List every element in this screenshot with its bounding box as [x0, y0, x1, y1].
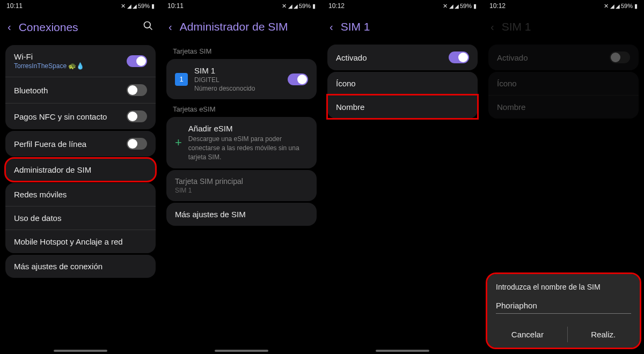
row-sim1[interactable]: 1 SIM 1 DIGITEL Número desconocido	[166, 59, 317, 99]
card-sim1: 1 SIM 1 DIGITEL Número desconocido	[166, 59, 317, 99]
card-more: Más ajustes de conexión	[5, 255, 156, 278]
bluetooth-toggle[interactable]	[127, 84, 147, 96]
section-esim: Tarjetas eSIM	[161, 101, 322, 115]
row-hotspot[interactable]: Mobile Hotspot y Anclaje a red	[5, 230, 156, 253]
card-more-sim: Más ajustes de SIM	[166, 203, 317, 226]
card-profile: Perfil Fuera de línea	[5, 131, 156, 157]
battery-icon: ▮	[151, 3, 155, 10]
vibrate-icon: ✕	[443, 3, 448, 10]
row-activated: Activado	[488, 45, 639, 70]
sim1-toggle[interactable]	[288, 73, 308, 85]
data-usage-label: Uso de datos	[14, 213, 61, 223]
nfc-label: Pagos NFC y sin contacto	[14, 112, 107, 121]
page-title: SIM 1	[341, 20, 475, 33]
sim-name-input[interactable]	[496, 299, 631, 314]
activated-label: Activado	[497, 53, 528, 62]
status-time: 10:12	[489, 2, 506, 10]
card-primary-sim: Tarjeta SIM principal SIM 1	[166, 170, 317, 201]
row-name[interactable]: Nombre	[327, 95, 478, 119]
back-icon[interactable]: ‹	[169, 21, 172, 33]
screen-sim1-rename: 10:12 ✕ ◢ ◢ 59% ▮ ‹ SIM 1 Activado Ícono…	[483, 0, 644, 354]
icon-label: Ícono	[497, 79, 517, 88]
more-sim-label: Más ajustes de SIM	[175, 210, 246, 219]
row-bluetooth[interactable]: Bluetooth	[5, 77, 156, 103]
add-esim-desc: Descargue una eSIM para poder conectarse…	[188, 135, 308, 161]
card-wireless: Wi-Fi TorresInTheSpace 🐢💧 Bluetooth Pago…	[5, 45, 156, 129]
page-title: SIM 1	[502, 20, 636, 33]
row-name: Nombre	[488, 95, 639, 119]
offline-toggle[interactable]	[127, 138, 147, 150]
row-offline[interactable]: Perfil Fuera de línea	[5, 131, 156, 157]
section-sim-cards: Tarjetas SIM	[161, 43, 322, 57]
row-data-usage[interactable]: Uso de datos	[5, 206, 156, 230]
cancel-button[interactable]: Cancelar	[504, 327, 551, 342]
rename-dialog: Introduzca el nombre de la SIM Cancelar …	[487, 274, 640, 348]
row-icon: Ícono	[488, 72, 639, 95]
nfc-toggle[interactable]	[127, 110, 147, 122]
nav-pill[interactable]	[54, 350, 107, 352]
status-time: 10:11	[167, 2, 184, 10]
activated-toggle[interactable]	[449, 51, 469, 63]
status-bar: 10:11 ✕ ◢ ◢ 59% ▮	[161, 0, 322, 12]
signal-icon: ◢	[616, 3, 619, 9]
header: ‹ Conexiones	[0, 12, 161, 43]
signal-icon: ◢	[455, 3, 458, 9]
row-icon[interactable]: Ícono	[327, 72, 478, 95]
row-more[interactable]: Más ajustes de conexión	[5, 255, 156, 278]
battery-text: 59%	[460, 3, 472, 9]
row-primary-sim[interactable]: Tarjeta SIM principal SIM 1	[166, 170, 317, 201]
primary-sim-value: SIM 1	[175, 187, 308, 194]
header: ‹ SIM 1	[483, 12, 644, 43]
row-mobile-networks[interactable]: Redes móviles	[5, 183, 156, 206]
battery-icon: ▮	[634, 3, 638, 10]
page-title: Conexiones	[19, 21, 135, 34]
name-label: Nombre	[497, 102, 525, 112]
card-sim-props: Ícono Nombre	[327, 72, 478, 119]
back-icon: ‹	[491, 21, 494, 33]
page-title: Administrador de SIM	[180, 20, 314, 33]
status-icons: ✕ ◢ ◢ 59% ▮	[282, 3, 316, 10]
card-sim-manager: Administrador de SIM	[5, 158, 156, 181]
vibrate-icon: ✕	[121, 3, 126, 10]
add-esim-label: Añadir eSIM	[188, 124, 308, 133]
signal-icon: ◢	[288, 3, 292, 9]
row-nfc[interactable]: Pagos NFC y sin contacto	[5, 103, 156, 129]
plus-icon: +	[175, 136, 182, 150]
svg-point-0	[144, 22, 151, 28]
sim-number-icon: 1	[175, 73, 188, 86]
row-activated[interactable]: Activado	[327, 45, 478, 70]
status-bar: 10:11 ✕ ◢ ◢ 59% ▮	[0, 0, 161, 12]
vibrate-icon: ✕	[604, 3, 609, 10]
status-time: 10:11	[6, 2, 23, 10]
row-more-sim[interactable]: Más ajustes de SIM	[166, 203, 317, 226]
card-activated: Activado	[327, 45, 478, 70]
wifi-ssid: TorresInTheSpace 🐢💧	[14, 62, 127, 70]
card-activated: Activado	[488, 45, 639, 70]
ok-button[interactable]: Realiz.	[583, 327, 623, 342]
nav-pill[interactable]	[215, 350, 268, 352]
wifi-toggle[interactable]	[127, 55, 147, 67]
battery-icon: ▮	[312, 3, 316, 10]
status-bar: 10:12 ✕ ◢ ◢ 59% ▮	[483, 0, 644, 12]
hotspot-label: Mobile Hotspot y Anclaje a red	[14, 237, 123, 246]
back-icon[interactable]: ‹	[8, 21, 11, 33]
screen-sim-manager: 10:11 ✕ ◢ ◢ 59% ▮ ‹ Administrador de SIM…	[161, 0, 322, 354]
status-bar: 10:12 ✕ ◢ ◢ 59% ▮	[322, 0, 483, 12]
activated-label: Activado	[336, 53, 367, 62]
sim1-number: Número desconocido	[194, 85, 288, 92]
activated-toggle	[610, 51, 630, 63]
sim1-carrier: DIGITEL	[194, 76, 288, 84]
screen-sim1-detail: 10:12 ✕ ◢ ◢ 59% ▮ ‹ SIM 1 Activado Ícono…	[322, 0, 483, 354]
more-label: Más ajustes de conexión	[14, 262, 103, 271]
card-sim-props: Ícono Nombre	[488, 72, 639, 119]
nav-pill[interactable]	[376, 350, 429, 352]
signal-icon: ◢	[133, 3, 136, 9]
row-wifi[interactable]: Wi-Fi TorresInTheSpace 🐢💧	[5, 45, 156, 77]
divider	[567, 327, 568, 342]
card-add-esim: + Añadir eSIM Descargue una eSIM para po…	[166, 117, 317, 168]
row-sim-manager[interactable]: Administrador de SIM	[5, 158, 156, 181]
back-icon[interactable]: ‹	[330, 21, 333, 33]
wifi-label: Wi-Fi	[14, 52, 127, 61]
row-add-esim[interactable]: + Añadir eSIM Descargue una eSIM para po…	[166, 117, 317, 168]
search-icon[interactable]	[143, 20, 153, 34]
